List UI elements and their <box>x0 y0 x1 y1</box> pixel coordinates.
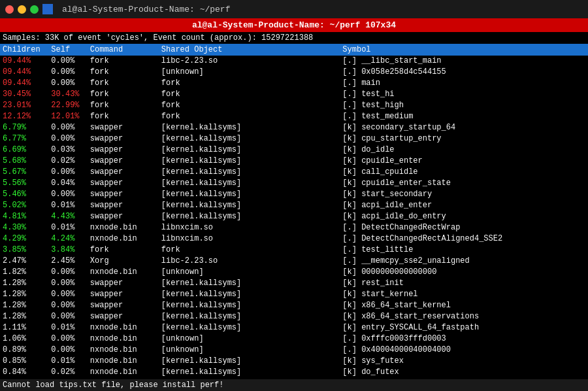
cell-children: 09.44% <box>3 67 51 78</box>
cell-children: 1.28% <box>3 278 51 289</box>
cell-command: swapper <box>90 122 161 133</box>
cell-children: 0.85% <box>3 356 51 367</box>
cell-command: nxnode.bin <box>90 222 161 233</box>
cell-command: fork <box>90 245 161 256</box>
table-row[interactable]: 1.82% 0.00% nxnode.bin [unknown] [k] 000… <box>0 267 588 278</box>
cell-symbol: [k] entry_SYSCALL_64_fastpath <box>342 322 585 333</box>
table-row[interactable]: 09.44% 0.00% fork [unknown] [.] 0x058e25… <box>0 67 588 78</box>
table-row[interactable]: 1.28% 0.00% swapper [kernel.kallsyms] [k… <box>0 289 588 300</box>
cell-command: swapper <box>90 167 161 178</box>
cell-command: swapper <box>90 189 161 200</box>
table-row[interactable]: 1.11% 0.01% nxnode.bin [kernel.kallsyms]… <box>0 322 588 333</box>
cell-children: 5.67% <box>3 167 51 178</box>
cell-command: swapper <box>90 178 161 189</box>
table-row[interactable]: 4.30% 0.01% nxnode.bin libnxcim.so [.] D… <box>0 222 588 233</box>
cell-command: swapper <box>90 289 161 300</box>
cell-children: 4.30% <box>3 222 51 233</box>
cell-self: 0.01% <box>51 356 90 367</box>
window-title: al@al-System-Product-Name: ~/perf <box>62 5 230 14</box>
cell-shared: [unknown] <box>161 345 343 356</box>
cell-shared: [kernel.kallsyms] <box>161 278 343 289</box>
cell-symbol: [k] call_cpuidle <box>342 167 585 178</box>
table-row[interactable]: 23.01% 22.99% fork fork [.] test_high <box>0 100 588 111</box>
table-row[interactable]: 6.79% 0.00% swapper [kernel.kallsyms] [k… <box>0 122 588 133</box>
table-row[interactable]: 4.81% 4.43% swapper [kernel.kallsyms] [k… <box>0 211 588 222</box>
cell-symbol: [k] acpi_idle_enter <box>342 200 585 211</box>
cell-symbol: [k] secondary_startup_64 <box>342 122 585 133</box>
cell-children: 3.85% <box>3 245 51 256</box>
cell-symbol: [.] DetectChangedRectAligned4_SSE2 <box>342 233 585 245</box>
cell-self: 0.00% <box>51 56 90 67</box>
cell-shared: [kernel.kallsyms] <box>161 211 343 222</box>
cell-shared: [kernel.kallsyms] <box>161 367 343 378</box>
table-row[interactable]: 5.68% 0.02% swapper [kernel.kallsyms] [k… <box>0 156 588 167</box>
cell-shared: [kernel.kallsyms] <box>161 144 343 156</box>
table-row[interactable]: 1.28% 0.00% swapper [kernel.kallsyms] [k… <box>0 300 588 311</box>
table-row[interactable]: 1.28% 0.00% swapper [kernel.kallsyms] [k… <box>0 278 588 289</box>
table-row[interactable]: 6.77% 0.00% swapper [kernel.kallsyms] [k… <box>0 133 588 144</box>
cell-symbol: [k] do_futex <box>342 367 585 378</box>
cell-symbol: [.] 0x058e258d4c544155 <box>342 67 585 78</box>
cell-self: 0.00% <box>51 278 90 289</box>
cell-command: nxnode.bin <box>90 356 161 367</box>
cell-shared: fork <box>161 111 343 122</box>
cell-self: 0.02% <box>51 156 90 167</box>
cell-self: 0.01% <box>51 222 90 233</box>
cell-command: fork <box>90 67 161 78</box>
cell-command: Xorg <box>90 256 161 267</box>
table-row[interactable]: 0.84% 0.02% nxnode.bin [kernel.kallsyms]… <box>0 367 588 378</box>
cell-children: 12.12% <box>3 111 51 122</box>
table-row[interactable]: 4.29% 4.24% nxnode.bin libnxcim.so [.] D… <box>0 233 588 245</box>
info-line: Samples: 33K of event 'cycles', Event co… <box>0 32 588 44</box>
table-row[interactable]: 0.89% 0.00% nxnode.bin [unknown] [.] 0x4… <box>0 345 588 356</box>
table-row[interactable]: 12.12% 12.01% fork fork [.] test_medium <box>0 111 588 122</box>
cell-children: 09.44% <box>3 56 51 67</box>
cell-children: 1.06% <box>3 333 51 345</box>
cell-shared: libc-2.23.so <box>161 256 343 267</box>
cell-self: 0.00% <box>51 333 90 345</box>
cell-shared: [kernel.kallsyms] <box>161 356 343 367</box>
cell-children: 5.02% <box>3 200 51 211</box>
cell-symbol: [.] __memcpy_sse2_unaligned <box>342 256 585 267</box>
cell-children: 1.82% <box>3 267 51 278</box>
table-row[interactable]: 1.06% 0.00% nxnode.bin [unknown] [.] 0xf… <box>0 333 588 345</box>
cell-self: 0.00% <box>51 289 90 300</box>
cell-symbol: [k] start_secondary <box>342 189 585 200</box>
terminal-icon <box>42 4 53 14</box>
table-row[interactable]: 6.69% 0.03% swapper [kernel.kallsyms] [k… <box>0 144 588 156</box>
cell-command: fork <box>90 89 161 100</box>
cell-symbol: [.] DetectChangedRectWrap <box>342 222 585 233</box>
col-header-self: Self <box>51 45 90 54</box>
table-row[interactable]: 3.85% 3.84% fork fork [.] test_little <box>0 245 588 256</box>
table-row[interactable]: 5.46% 0.00% swapper [kernel.kallsyms] [k… <box>0 189 588 200</box>
cell-command: nxnode.bin <box>90 333 161 345</box>
cell-command: fork <box>90 78 161 89</box>
cell-children: 09.44% <box>3 78 51 89</box>
cell-self: 0.00% <box>51 167 90 178</box>
table-row[interactable]: 5.56% 0.04% swapper [kernel.kallsyms] [k… <box>0 178 588 189</box>
table-row[interactable]: 09.44% 0.00% fork libc-2.23.so [.] __lib… <box>0 56 588 67</box>
cell-command: fork <box>90 111 161 122</box>
table-row[interactable]: 2.47% 2.45% Xorg libc-2.23.so [.] __memc… <box>0 256 588 267</box>
cell-symbol: [k] x86_64_start_reservations <box>342 311 585 322</box>
table-row[interactable]: 09.44% 0.00% fork fork [.] main <box>0 78 588 89</box>
maximize-button[interactable] <box>30 5 39 14</box>
table-row[interactable]: 30.45% 30.43% fork fork [.] test_hi <box>0 89 588 100</box>
cell-symbol: [k] cpu_startup_entry <box>342 133 585 144</box>
cell-shared: [unknown] <box>161 67 343 78</box>
minimize-button[interactable] <box>18 5 26 14</box>
cell-symbol: [.] test_hi <box>342 89 585 100</box>
table-row[interactable]: 5.02% 0.01% swapper [kernel.kallsyms] [k… <box>0 200 588 211</box>
cell-command: swapper <box>90 311 161 322</box>
table-row[interactable]: 5.67% 0.00% swapper [kernel.kallsyms] [k… <box>0 167 588 178</box>
cell-command: nxnode.bin <box>90 322 161 333</box>
cell-children: 23.01% <box>3 100 51 111</box>
cell-symbol: [k] x86_64_start_kernel <box>342 300 585 311</box>
cell-symbol: [.] test_medium <box>342 111 585 122</box>
table-row[interactable]: 1.28% 0.00% swapper [kernel.kallsyms] [k… <box>0 311 588 322</box>
cell-symbol: [k] rest_init <box>342 278 585 289</box>
table-row[interactable]: 0.85% 0.01% nxnode.bin [kernel.kallsyms]… <box>0 356 588 367</box>
cell-symbol: [k] acpi_idle_do_entry <box>342 211 585 222</box>
cell-self: 2.45% <box>51 256 90 267</box>
close-button[interactable] <box>5 5 14 14</box>
